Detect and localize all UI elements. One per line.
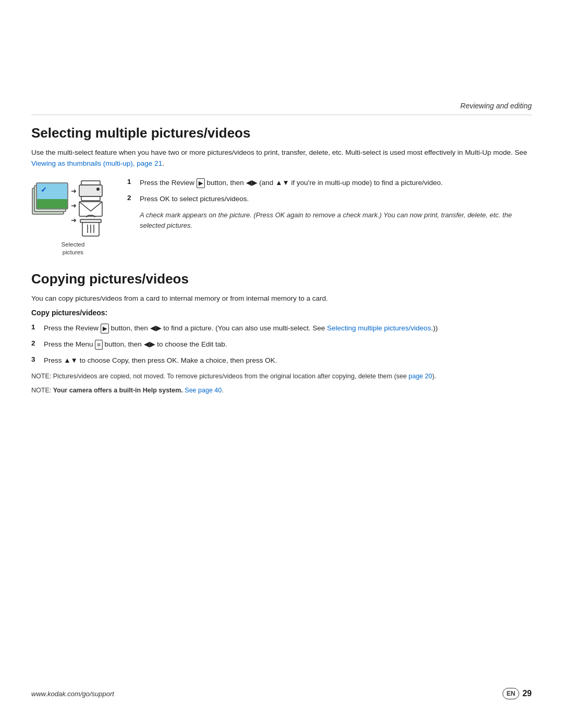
svg-rect-10 xyxy=(79,185,102,196)
section1-illustration: ✓ ➜ ➜ ➜ xyxy=(31,178,115,256)
section2-intro: You can copy pictures/videos from a card… xyxy=(31,293,532,304)
menu-icon: ≡ xyxy=(95,340,102,350)
step-item: 2 Press the Menu ≡ button, then ◀▶ to ch… xyxy=(31,339,532,350)
header-section-label: Reviewing and editing xyxy=(460,102,532,110)
page-number-area: EN 29 xyxy=(503,688,532,699)
section1-body: ✓ ➜ ➜ ➜ xyxy=(31,178,532,256)
step-text: Press the Review ▶ button, then ◀▶ to fi… xyxy=(44,323,438,334)
step-text: Press OK to select pictures/videos. xyxy=(140,194,249,205)
svg-rect-11 xyxy=(81,196,100,201)
svg-rect-13 xyxy=(79,202,102,216)
section2-title: Copying pictures/videos xyxy=(31,271,532,287)
multi-select-link[interactable]: Selecting multiple pictures/videos xyxy=(327,324,431,332)
step-number: 3 xyxy=(31,355,40,363)
review-icon: ▶ xyxy=(197,178,205,188)
illustration-caption: Selected pictures xyxy=(62,241,85,256)
svg-text:➜: ➜ xyxy=(71,202,77,209)
note2-bold: Your camera offers a built-in Help syste… xyxy=(53,387,183,394)
subsection-title: Copy pictures/videos: xyxy=(31,309,532,317)
step-number: 2 xyxy=(127,194,136,202)
step-text: Press the Menu ≡ button, then ◀▶ to choo… xyxy=(44,339,227,350)
svg-rect-15 xyxy=(80,219,101,223)
thumbnails-link[interactable]: Viewing as thumbnails (multi-up), page 2… xyxy=(31,159,162,167)
step-text: Press ▲▼ to choose Copy, then press OK. … xyxy=(44,355,277,366)
svg-rect-9 xyxy=(81,181,100,185)
page-header: Reviewing and editing xyxy=(460,102,532,110)
copy-steps: 1 Press the Review ▶ button, then ◀▶ to … xyxy=(31,323,532,366)
note2-link[interactable]: See page 40 xyxy=(185,387,222,394)
section2-divider: Copying pictures/videos You can copy pic… xyxy=(31,271,532,396)
main-content: Selecting multiple pictures/videos Use t… xyxy=(31,125,532,403)
svg-text:✓: ✓ xyxy=(41,186,47,194)
section1-title: Selecting multiple pictures/videos xyxy=(31,125,532,141)
en-badge: EN xyxy=(503,688,519,699)
svg-rect-4 xyxy=(37,199,67,208)
footer: www.kodak.com/go/support EN 29 xyxy=(31,688,532,699)
step-item: 2 Press OK to select pictures/videos. xyxy=(127,194,532,205)
note1: NOTE: Pictures/videos are copied, not mo… xyxy=(31,372,532,381)
illustration-svg: ✓ ➜ ➜ ➜ xyxy=(31,178,115,238)
header-rule xyxy=(31,115,532,115)
step-item: 3 Press ▲▼ to choose Copy, then press OK… xyxy=(31,355,532,366)
footer-url: www.kodak.com/go/support xyxy=(31,690,114,698)
svg-text:➜: ➜ xyxy=(71,216,77,224)
svg-text:➜: ➜ xyxy=(71,187,77,195)
step-number: 1 xyxy=(127,178,136,186)
svg-point-12 xyxy=(96,188,100,191)
step-item: 1 Press the Review ▶ button, then ◀▶ to … xyxy=(31,323,532,334)
step-item: 1 Press the Review ▶ button, then ◀▶ (an… xyxy=(127,178,532,189)
step-text: Press the Review ▶ button, then ◀▶ (and … xyxy=(140,178,443,189)
section1-intro: Use the multi-select feature when you ha… xyxy=(31,147,532,169)
section1-steps: 1 Press the Review ▶ button, then ◀▶ (an… xyxy=(127,178,532,231)
step-number: 2 xyxy=(31,339,40,347)
step-number: 1 xyxy=(31,323,40,331)
note1-link[interactable]: page 20 xyxy=(409,373,432,380)
page-number: 29 xyxy=(522,689,532,698)
italic-note: A check mark appears on the picture. (Pr… xyxy=(140,210,532,231)
page: Reviewing and editing Selecting multiple… xyxy=(0,0,563,728)
note2: NOTE: Your camera offers a built-in Help… xyxy=(31,386,532,396)
review-icon: ▶ xyxy=(101,324,109,334)
